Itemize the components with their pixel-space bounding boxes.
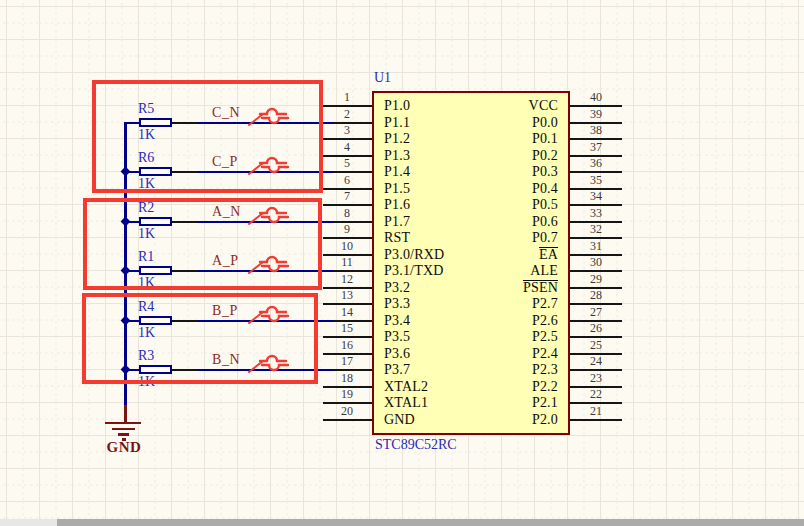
- pin-name: P0.5: [430, 196, 558, 213]
- pin-number: 14: [327, 305, 367, 320]
- annotation-box[interactable]: [82, 293, 318, 384]
- pin-name: P2.0: [430, 411, 558, 428]
- pin-name: P2.6: [430, 312, 558, 329]
- pin-number: 37: [576, 140, 616, 155]
- pin-number: 35: [576, 173, 616, 188]
- pin-number: 36: [576, 156, 616, 171]
- pin-number: 27: [576, 305, 616, 320]
- pin-name: RST: [384, 229, 410, 246]
- pin-name: P3.6: [384, 345, 410, 362]
- pin-number: 23: [576, 371, 616, 386]
- pin-name: P2.7: [430, 295, 558, 312]
- gnd-label[interactable]: GND: [98, 440, 150, 455]
- pin-name: GND: [384, 411, 415, 428]
- pin-line: [323, 419, 372, 421]
- pin-name: P0.1: [430, 130, 558, 147]
- pin-number: 21: [576, 404, 616, 419]
- pin-number: 16: [327, 338, 367, 353]
- pin-number: 9: [327, 222, 367, 237]
- ic-comment[interactable]: STC89C52RC: [375, 438, 457, 452]
- pin-number: 26: [576, 321, 616, 336]
- pin-number: 22: [576, 387, 616, 402]
- pin-number: 31: [576, 239, 616, 254]
- h-scrollbar-track[interactable]: [0, 519, 804, 526]
- annotation-box[interactable]: [83, 198, 322, 290]
- pin-name: P3.5: [384, 328, 410, 345]
- pin-name-text: PSEN: [523, 280, 558, 295]
- pin-number: 8: [327, 206, 367, 221]
- pin-number: 40: [576, 90, 616, 105]
- pin-name: P3.2: [384, 279, 410, 296]
- annotation-box[interactable]: [92, 80, 323, 193]
- pin-name: P1.3: [384, 147, 410, 164]
- pin-number: 6: [327, 173, 367, 188]
- pin-name: VCC: [430, 97, 558, 114]
- pin-line: [570, 419, 622, 421]
- pin-name: P1.4: [384, 163, 410, 180]
- gnd-bar: [105, 422, 141, 425]
- pin-number: 32: [576, 222, 616, 237]
- pin-name: P0.4: [430, 180, 558, 197]
- pin-name: P0.0: [430, 114, 558, 131]
- pin-number: 12: [327, 272, 367, 287]
- pin-name: P0.7: [430, 229, 558, 246]
- pin-name: ALE: [430, 262, 558, 279]
- pin-name: EA: [430, 246, 558, 263]
- pin-number: 4: [327, 140, 367, 155]
- pin-name: P1.2: [384, 130, 410, 147]
- pin-number: 11: [327, 255, 367, 270]
- pin-name: P1.1: [384, 114, 410, 131]
- gnd-stub: [124, 405, 127, 422]
- pin-number: 18: [327, 371, 367, 386]
- pin-name: P0.3: [430, 163, 558, 180]
- h-scrollbar-thumb[interactable]: [57, 519, 804, 526]
- pin-number: 10: [327, 239, 367, 254]
- pin-name: P3.3: [384, 295, 410, 312]
- pin-number: 24: [576, 354, 616, 369]
- pin-number: 7: [327, 189, 367, 204]
- pin-name: P2.2: [430, 378, 558, 395]
- pin-name: XTAL1: [384, 394, 428, 411]
- pin-number: 3: [327, 123, 367, 138]
- pin-number: 15: [327, 321, 367, 336]
- pin-number: 5: [327, 156, 367, 171]
- pin-number: 38: [576, 123, 616, 138]
- gnd-bar: [118, 433, 129, 436]
- pin-name: PSEN: [430, 279, 558, 296]
- pin-name: P2.5: [430, 328, 558, 345]
- pin-number: 25: [576, 338, 616, 353]
- pin-name: P0.2: [430, 147, 558, 164]
- pin-number: 28: [576, 288, 616, 303]
- pin-name: P2.3: [430, 361, 558, 378]
- gnd-bar: [112, 428, 135, 431]
- pin-name: XTAL2: [384, 378, 428, 395]
- pin-number: 1: [327, 90, 367, 105]
- pin-number: 34: [576, 189, 616, 204]
- pin-number: 17: [327, 354, 367, 369]
- pin-name-text: EA: [539, 247, 558, 262]
- pin-name: P1.6: [384, 196, 410, 213]
- pin-name: P1.7: [384, 213, 410, 230]
- pin-name: P1.0: [384, 97, 410, 114]
- pin-name: P0.6: [430, 213, 558, 230]
- ic-designator[interactable]: U1: [374, 71, 391, 85]
- pin-name: P3.4: [384, 312, 410, 329]
- pin-name: P3.7: [384, 361, 410, 378]
- schematic-objects: U1STC89C52RC1P1.02P1.13P1.24P1.35P1.46P1…: [0, 0, 804, 526]
- pin-number: 29: [576, 272, 616, 287]
- pin-number: 2: [327, 107, 367, 122]
- pin-number: 30: [576, 255, 616, 270]
- pin-number: 13: [327, 288, 367, 303]
- pin-number: 20: [327, 404, 367, 419]
- schematic-canvas: U1STC89C52RC1P1.02P1.13P1.24P1.35P1.46P1…: [0, 0, 804, 526]
- pin-name: P2.4: [430, 345, 558, 362]
- pin-number: 33: [576, 206, 616, 221]
- pin-name: P2.1: [430, 394, 558, 411]
- pin-number: 39: [576, 107, 616, 122]
- pin-name: P1.5: [384, 180, 410, 197]
- pin-number: 19: [327, 387, 367, 402]
